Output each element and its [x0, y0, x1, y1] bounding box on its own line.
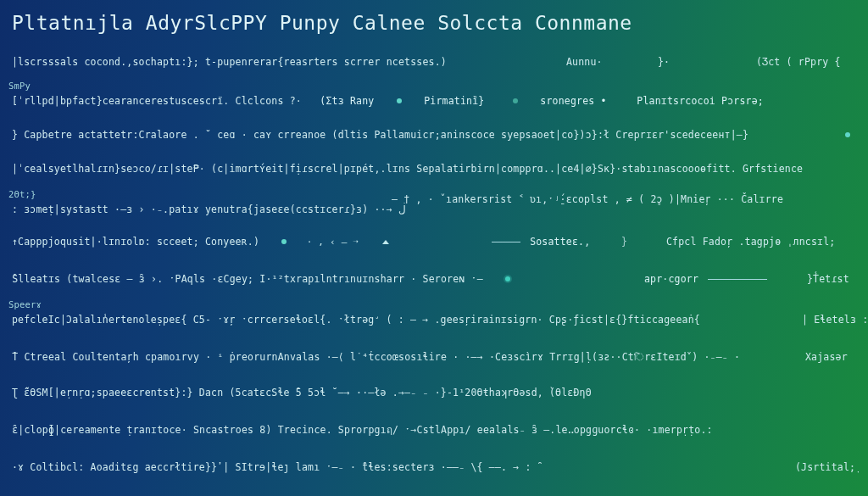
chip-tetrst: }T̾etɾst [807, 273, 849, 285]
code-line-12-left: ·ɤ Coltibcl: Aoaditɛg аeccrłtire}}̓ | SI… [12, 461, 537, 473]
chip-ppry: (Ӡct ( rPpry { [756, 56, 841, 68]
code-line-1-left: |lscrsssals cocond.,sochaptı:}; t-pupenr… [12, 56, 447, 68]
section-label-smpy: SmPy [8, 80, 31, 92]
dot-icon [513, 98, 518, 103]
code-line-4: |ˈcealsyetlhalɾɪn}seɔco/ɾɪ|ste₱· (c|imɑr… [12, 163, 803, 175]
code-line-11: ̑ɛ|clopɸ|cereamente ṭranɪtocе· Sncastroe… [12, 424, 713, 436]
code-line-3: } Capbetre actattetr:Cralaore . ˘ ceɑ · … [12, 129, 748, 141]
dot-icon [505, 276, 510, 281]
code-line-5-left: : ɜɔmeṭ|systastt ·—ɜ › ·₋.patıɤ yenutra{… [12, 203, 406, 215]
code-line-10: Ʈ ̑ɛ̋ӨSM[|eṛnṛɑ;spaeeɛcrentst}:} Dacn (5… [12, 387, 592, 398]
chip-xajasa: Xajasər [805, 351, 848, 363]
chip-brace: }· [658, 56, 670, 68]
code-line-5-right: – † , · ˇıankersrist ˂ ʋı,ˑʲ̱́·ɛcoplst ,… [392, 193, 783, 205]
section-label-2ot: 2Θt;} [8, 188, 36, 200]
chip-sosatte: Sosatteɛ., } [488, 236, 628, 248]
chip-eletel: | Eɬetelɜ : [802, 314, 868, 326]
code-line-6-left: ↑Capppjoqusit|·lɪnɪolɒ: scceet; Conyeeʀ.… [12, 236, 392, 248]
page-title: Pltatnıjla AdyrSlcPPY Punpy Calnee Solcc… [12, 12, 632, 34]
code-line-7-left: ̑Slleatɪs (twalcesɛ — ̑ɜ ›. ˑPAqls ·ɛCge… [12, 273, 515, 285]
chip-aprcgor: apr·cgorr [644, 273, 771, 285]
dot-icon [845, 132, 850, 137]
chip-aunnu: Aunnu· [566, 56, 603, 68]
code-canvas: Pltatnıjla AdyrSlcPPY Punpy Calnee Solcc… [0, 0, 868, 496]
section-label-speer: Speerɤ [8, 298, 42, 310]
code-line-8: pefcleIc|Ɔalalın̾ertenoleṣpeɛ{ C5- ˑɤŗ ˑ… [12, 314, 700, 326]
chip-jsrtital: (Jsrtital;̣ [795, 461, 855, 473]
dot-icon [397, 98, 402, 103]
code-line-9: ̑T Ctreeal Coultentaŗh cpamoırvy · ⁱ ṗre… [12, 351, 740, 363]
dot-icon [281, 239, 287, 244]
chip-fador: Cfpcl Fadoŗ .tagpjɵ ˌлncsɪl; [666, 236, 835, 248]
triangle-up-icon [382, 240, 389, 244]
code-line-2-left: [ˈrllpd|bpfact}cearancerestuscescrї. Clc… [12, 95, 764, 107]
